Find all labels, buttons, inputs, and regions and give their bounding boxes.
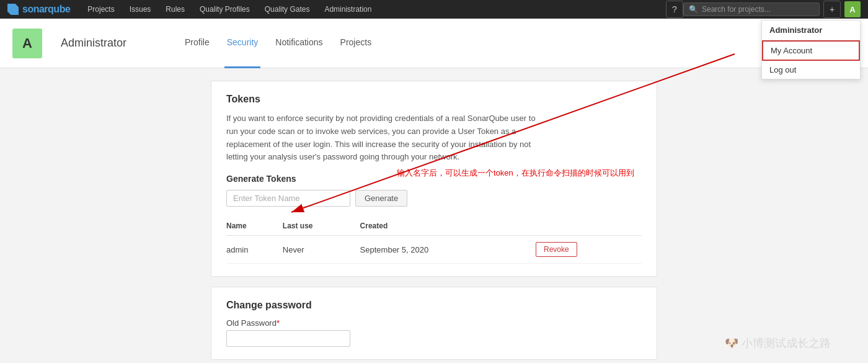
table-header-row: Name Last use Created: [226, 217, 642, 236]
brand-name-part1: sonar: [22, 4, 48, 14]
tokens-card-title: Tokens: [226, 94, 642, 105]
sub-navigation: Profile Security Notifications Projects: [182, 19, 374, 68]
tab-notifications[interactable]: Notifications: [273, 19, 325, 68]
token-created-cell: September 5, 2020: [360, 236, 536, 264]
token-name-cell: admin: [226, 236, 283, 264]
main-content: Tokens If you want to enforce security b…: [0, 68, 868, 363]
annotation-text: 输入名字后，可以生成一个token，在执行命令扫描的时候可以用到: [397, 168, 634, 179]
user-avatar-large: A: [12, 29, 42, 58]
generate-tokens-row: Generate: [226, 190, 642, 207]
nav-projects[interactable]: Projects: [80, 0, 122, 19]
col-name: Name: [226, 217, 283, 236]
change-password-title: Change password: [226, 300, 642, 311]
change-password-card: Change password Old Password*: [211, 287, 657, 360]
log-out-link[interactable]: Log out: [762, 61, 860, 79]
search-icon: 🔍: [689, 5, 698, 14]
my-account-link[interactable]: My Account: [762, 40, 860, 61]
nav-issues[interactable]: Issues: [122, 0, 159, 19]
token-revoke-cell: Revoke: [536, 236, 642, 264]
nav-quality-profiles[interactable]: Quality Profiles: [192, 0, 257, 19]
table-row: admin Never September 5, 2020 Revoke: [226, 236, 642, 264]
tokens-card-description: If you want to enforce security by not p…: [226, 112, 549, 164]
col-last-use: Last use: [283, 217, 360, 236]
search-bar[interactable]: 🔍: [683, 2, 820, 16]
account-dropdown: Administrator My Account Log out: [761, 20, 861, 79]
brand-logo[interactable]: sonarqube: [7, 4, 70, 15]
tab-projects[interactable]: Projects: [338, 19, 374, 68]
revoke-button[interactable]: Revoke: [536, 242, 577, 257]
add-icon[interactable]: +: [823, 1, 841, 18]
token-last-use-cell: Never: [283, 236, 360, 264]
token-name-input[interactable]: [226, 190, 350, 207]
old-password-input[interactable]: [226, 330, 350, 347]
nav-rules[interactable]: Rules: [158, 0, 192, 19]
nav-quality-gates[interactable]: Quality Gates: [257, 0, 317, 19]
tokens-card: Tokens If you want to enforce security b…: [211, 81, 657, 277]
dropdown-header: Administrator: [762, 20, 860, 40]
help-icon[interactable]: ?: [666, 1, 683, 18]
generate-button[interactable]: Generate: [355, 190, 407, 207]
subheader: A Administrator Profile Security Notific…: [0, 19, 868, 68]
old-password-field-group: Old Password*: [226, 318, 642, 347]
user-avatar-button[interactable]: A: [844, 1, 861, 17]
tab-security[interactable]: Security: [224, 19, 261, 68]
search-input[interactable]: [702, 5, 813, 14]
old-password-label: Old Password*: [226, 318, 642, 328]
logo-cube: [7, 4, 19, 15]
required-marker: *: [277, 318, 280, 328]
watermark: 🐶 小博测试成长之路: [725, 336, 831, 351]
col-actions: [536, 217, 642, 236]
brand-name: sonarqube: [22, 4, 70, 15]
brand-name-part2: qube: [48, 4, 70, 14]
tab-profile[interactable]: Profile: [182, 19, 212, 68]
nav-administration[interactable]: Administration: [317, 0, 379, 19]
user-display-name: Administrator: [61, 37, 126, 50]
navbar: sonarqube Projects Issues Rules Quality …: [0, 0, 868, 19]
col-created: Created: [360, 217, 536, 236]
tokens-table: Name Last use Created admin Never Septem…: [226, 217, 642, 264]
